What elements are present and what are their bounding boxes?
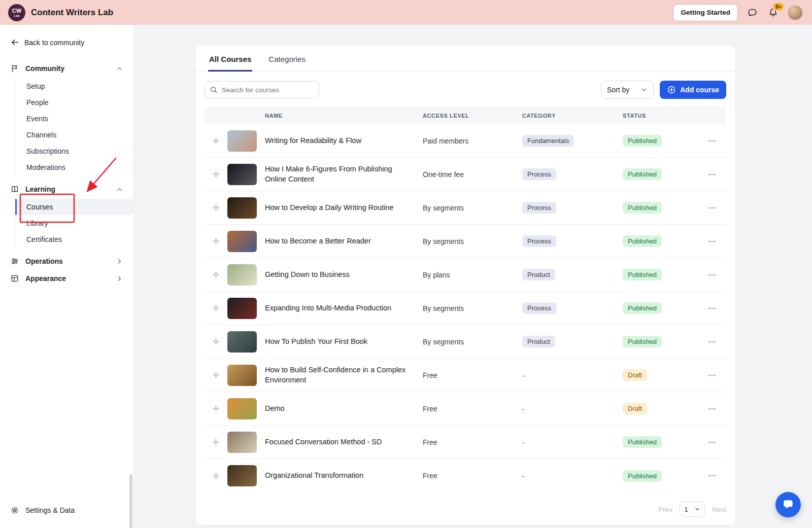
sidebar-item-setup[interactable]: Setup (16, 78, 133, 94)
course-thumbnail (227, 130, 257, 152)
course-access-level: Free (423, 438, 522, 446)
courses-table: NAME ACCESS LEVEL CATEGORY STATUS Writin… (205, 107, 726, 492)
category-badge: Product (522, 269, 555, 280)
category-badge: - (522, 405, 524, 413)
sidebar-scrollbar[interactable] (129, 474, 132, 528)
brand: CW Lab Content Writers Lab (8, 4, 113, 21)
row-menu-icon[interactable] (698, 371, 726, 380)
course-name: Focused Conversation Method - SD (265, 437, 423, 447)
drag-handle-icon[interactable] (205, 438, 227, 446)
course-row[interactable]: Getting Down to Business By plans Produc… (205, 258, 726, 292)
sidebar-item-channels[interactable]: Channels (16, 127, 133, 143)
course-name: How I Make 6-Figures From Publishing Onl… (265, 164, 423, 184)
row-menu-icon[interactable] (698, 237, 726, 246)
row-menu-icon[interactable] (698, 136, 726, 146)
course-name: Expanding Into Multi-Media Production (265, 303, 423, 313)
table-header-row: NAME ACCESS LEVEL CATEGORY STATUS (205, 107, 726, 124)
course-name: How to Develop a Daily Writing Routine (265, 203, 423, 213)
sidebar-item-library[interactable]: Library (16, 215, 133, 231)
course-access-level: Free (423, 405, 522, 413)
sidebar-item-events[interactable]: Events (16, 111, 133, 127)
prev-page-button[interactable]: Prev (658, 506, 672, 513)
chat-widget-button[interactable] (775, 492, 801, 517)
course-row[interactable]: How I Make 6-Figures From Publishing Onl… (205, 158, 726, 191)
sidebar-section-appearance[interactable]: Appearance (0, 270, 133, 287)
course-name: Getting Down to Business (265, 270, 423, 280)
row-menu-icon[interactable] (698, 304, 726, 313)
back-to-community-link[interactable]: Back to community (0, 38, 133, 47)
sidebar-item-courses[interactable]: Courses (16, 199, 133, 215)
sidebar-section-operations[interactable]: Operations (0, 253, 133, 270)
next-page-button[interactable]: Next (712, 506, 726, 513)
course-name: How To Publish Your First Book (265, 337, 423, 347)
category-badge: Product (522, 336, 555, 347)
course-access-level: Paid members (423, 137, 522, 145)
add-course-label: Add course (680, 86, 719, 94)
drag-handle-icon[interactable] (205, 237, 227, 245)
pagination: Prev 1 Next (195, 492, 735, 525)
search-icon (210, 86, 218, 94)
logo-text: CW (12, 8, 21, 14)
course-row[interactable]: How To Publish Your First Book By segmen… (205, 325, 726, 359)
drag-handle-icon[interactable] (205, 371, 227, 379)
course-row[interactable]: How to Become a Better Reader By segment… (205, 225, 726, 258)
row-menu-icon[interactable] (698, 337, 726, 346)
chevron-down-icon (640, 86, 648, 93)
settings-and-data-link[interactable]: Settings & Data (0, 498, 133, 528)
course-row[interactable]: Writing for Readability & Flow Paid memb… (205, 124, 726, 158)
drag-handle-icon[interactable] (205, 405, 227, 412)
drag-handle-icon[interactable] (205, 271, 227, 278)
drag-handle-icon[interactable] (205, 204, 227, 212)
messages-icon[interactable] (746, 6, 759, 19)
add-course-button[interactable]: Add course (660, 81, 726, 99)
course-row[interactable]: Expanding Into Multi-Media Production By… (205, 292, 726, 325)
sidebar-item-certificates[interactable]: Certificates (16, 231, 133, 248)
status-badge: Published (623, 168, 662, 180)
status-badge: Published (623, 269, 662, 280)
drag-handle-icon[interactable] (205, 137, 227, 145)
sort-by-dropdown[interactable]: Sort by (601, 81, 654, 99)
row-menu-icon[interactable] (698, 438, 726, 447)
drag-handle-icon[interactable] (205, 304, 227, 312)
category-badge: Process (522, 202, 556, 214)
sidebar-item-subscriptions[interactable]: Subscriptions (16, 143, 133, 159)
drag-handle-icon[interactable] (205, 170, 227, 178)
sidebar-item-people[interactable]: People (16, 94, 133, 111)
course-row[interactable]: How to Develop a Daily Writing Routine B… (205, 191, 726, 225)
sidebar-item-moderations[interactable]: Moderations (16, 159, 133, 175)
course-row[interactable]: Focused Conversation Method - SD Free - … (205, 426, 726, 459)
course-row[interactable]: Demo Free - Draft (205, 392, 726, 426)
course-row[interactable]: Organizational Transformation Free - Pub… (205, 459, 726, 492)
chevron-right-icon (116, 258, 123, 265)
column-header-status: STATUS (623, 113, 698, 119)
row-menu-icon[interactable] (698, 203, 726, 213)
course-table-body: Writing for Readability & Flow Paid memb… (205, 124, 726, 492)
getting-started-button[interactable]: Getting Started (673, 4, 738, 21)
community-icon (10, 64, 19, 73)
sidebar-section-learning[interactable]: Learning (0, 181, 133, 198)
status-badge: Published (623, 302, 662, 314)
community-subitems: Setup People Events Channels Subscriptio… (15, 78, 133, 175)
row-menu-icon[interactable] (698, 170, 726, 179)
search-courses-input[interactable] (205, 81, 319, 98)
row-menu-icon[interactable] (698, 404, 726, 413)
notifications-icon[interactable]: 9+ (767, 6, 780, 19)
course-row[interactable]: How to Build Self-Confidence in a Comple… (205, 359, 726, 392)
notification-badge: 9+ (772, 2, 785, 11)
community-logo[interactable]: CW Lab (8, 4, 25, 21)
drag-handle-icon[interactable] (205, 472, 227, 480)
operations-icon (10, 257, 19, 266)
tab-all-courses[interactable]: All Courses (208, 45, 252, 71)
tab-categories[interactable]: Categories (267, 45, 307, 71)
drag-handle-icon[interactable] (205, 338, 227, 345)
avatar[interactable] (788, 5, 803, 20)
course-name: How to Become a Better Reader (265, 236, 423, 247)
page-select[interactable]: 1 (680, 502, 705, 517)
row-menu-icon[interactable] (698, 471, 726, 480)
course-access-level: By segments (423, 338, 522, 346)
row-menu-icon[interactable] (698, 270, 726, 279)
column-header-name: NAME (265, 113, 423, 119)
sidebar-section-community[interactable]: Community (0, 60, 133, 77)
admin-sidebar: Back to community Community Setup People… (0, 25, 134, 528)
back-label: Back to community (24, 39, 84, 47)
